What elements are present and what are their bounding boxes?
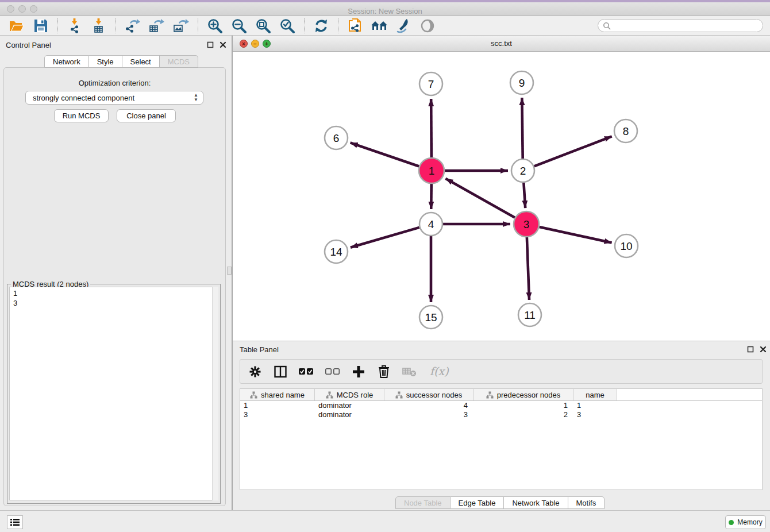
table-row[interactable]: 1dominator411 <box>240 401 762 410</box>
table-panel-float-icon[interactable] <box>747 346 754 353</box>
tab-select[interactable]: Select <box>122 55 160 68</box>
export-image-icon[interactable] <box>172 17 190 34</box>
tab-motifs[interactable]: Motifs <box>568 496 605 509</box>
network-view-window[interactable]: ×−+ scc.txt 1234678910111415 <box>233 36 770 341</box>
edge-1-6[interactable] <box>351 142 419 166</box>
network-canvas[interactable]: 1234678910111415 <box>233 52 770 341</box>
edge-2-3[interactable] <box>523 183 525 208</box>
edge-3-1[interactable] <box>445 179 515 218</box>
import-network-icon[interactable] <box>66 17 83 34</box>
column-type-icon <box>326 391 333 399</box>
table-cell[interactable]: 1 <box>240 401 315 410</box>
export-table-icon[interactable] <box>148 17 165 34</box>
save-session-icon[interactable] <box>32 17 49 34</box>
graph-node-4[interactable]: 4 <box>419 213 442 236</box>
table-cell[interactable]: 1 <box>473 401 573 410</box>
select-stepper-icon: ▲▼ <box>194 93 198 102</box>
svg-text:7: 7 <box>428 78 434 90</box>
zoom-fit-icon[interactable] <box>255 17 272 34</box>
node-table[interactable]: shared nameMCDS rolesuccessor nodesprede… <box>240 388 763 490</box>
table-panel-close-icon[interactable] <box>760 346 767 353</box>
graph-node-15[interactable]: 15 <box>419 306 442 329</box>
edge-2-8[interactable] <box>534 136 612 166</box>
mcds-result-text[interactable]: 1 3 <box>9 287 213 500</box>
memory-button[interactable]: Memory <box>725 515 766 529</box>
graph-node-9[interactable]: 9 <box>510 71 533 94</box>
column-header-label: shared name <box>261 391 305 399</box>
window-titlebar[interactable]: Session: New Session <box>0 2 770 16</box>
table-cell[interactable]: 3 <box>384 410 473 419</box>
graph-node-14[interactable]: 14 <box>325 240 348 263</box>
deselect-all-checks-icon[interactable] <box>325 364 340 379</box>
table-panel-tabs: Node Table Edge Table Network Table Moti… <box>395 496 605 509</box>
table-cell[interactable]: dominator <box>315 410 384 419</box>
edge-4-14[interactable] <box>351 228 419 248</box>
clone-network-icon[interactable] <box>346 17 364 34</box>
graph-node-7[interactable]: 7 <box>419 72 442 95</box>
delete-row-icon[interactable] <box>377 364 391 379</box>
column-header-MCDS-role[interactable]: MCDS role <box>315 389 384 400</box>
table-cell[interactable]: dominator <box>315 401 384 410</box>
mcds-result-scrollbar[interactable] <box>212 287 218 500</box>
edge-3-10[interactable] <box>539 227 611 243</box>
tab-mcds[interactable]: MCDS <box>160 55 198 68</box>
column-header-label: successor nodes <box>406 391 463 399</box>
tab-network-table[interactable]: Network Table <box>504 496 568 509</box>
control-panel-close-icon[interactable] <box>220 41 226 48</box>
table-cell[interactable]: 3 <box>240 410 315 419</box>
refresh-layout-icon[interactable] <box>313 17 330 34</box>
table-row[interactable]: 3dominator323 <box>240 410 762 419</box>
select-all-checks-icon[interactable] <box>299 364 314 379</box>
first-neighbors-icon[interactable] <box>371 17 388 34</box>
add-row-icon[interactable] <box>352 364 365 379</box>
run-mcds-button[interactable]: Run MCDS <box>54 109 109 122</box>
tab-network[interactable]: Network <box>44 55 89 68</box>
tab-edge-table[interactable]: Edge Table <box>451 496 505 509</box>
open-session-icon[interactable] <box>8 17 25 34</box>
split-columns-icon[interactable] <box>274 364 287 379</box>
graph-node-3[interactable]: 3 <box>514 211 539 237</box>
graph-node-2[interactable]: 2 <box>511 159 534 182</box>
column-type-icon <box>395 391 403 399</box>
function-builder-icon[interactable]: f(x) <box>429 364 449 379</box>
zoom-selected-icon[interactable] <box>279 17 296 34</box>
style-wizard-icon[interactable] <box>395 17 412 34</box>
close-panel-button[interactable]: Close panel <box>117 109 176 122</box>
hide-selected-icon[interactable] <box>419 17 436 34</box>
edge-3-11[interactable] <box>527 237 529 300</box>
graph-node-10[interactable]: 10 <box>615 234 638 257</box>
graph-node-1[interactable]: 1 <box>419 158 444 183</box>
table-settings-icon[interactable] <box>248 364 262 379</box>
graph-node-11[interactable]: 11 <box>518 303 541 326</box>
column-header-shared-name[interactable]: shared name <box>240 389 315 400</box>
control-panel-title: Control Panel <box>6 41 51 49</box>
svg-text:14: 14 <box>330 246 342 258</box>
search-field[interactable] <box>598 19 763 32</box>
tab-node-table[interactable]: Node Table <box>395 496 451 509</box>
network-window-titlebar[interactable]: ×−+ scc.txt <box>233 36 770 52</box>
column-header-successor-nodes[interactable]: successor nodes <box>384 389 473 400</box>
column-type-icon <box>486 391 494 399</box>
graph-node-6[interactable]: 6 <box>325 126 348 149</box>
delete-table-icon[interactable] <box>402 364 417 379</box>
import-table-icon[interactable] <box>90 17 107 34</box>
table-cell[interactable]: 1 <box>573 401 617 410</box>
graph-node-8[interactable]: 8 <box>614 119 637 142</box>
control-panel-float-icon[interactable] <box>207 41 214 48</box>
table-cell[interactable]: 3 <box>573 410 617 419</box>
edge-1-7[interactable] <box>431 99 432 157</box>
svg-text:f(x): f(x) <box>430 365 449 377</box>
optimization-criterion-select[interactable]: strongly connected component ▲▼ <box>25 91 203 105</box>
export-network-icon[interactable] <box>124 17 141 34</box>
zoom-in-icon[interactable] <box>206 17 224 34</box>
zoom-out-icon[interactable] <box>230 17 248 34</box>
search-input[interactable] <box>611 22 754 30</box>
splitter-handle[interactable] <box>227 267 232 275</box>
table-cell[interactable]: 4 <box>384 401 473 410</box>
column-header-predecessor-nodes[interactable]: predecessor nodes <box>473 389 573 400</box>
table-cell[interactable]: 2 <box>473 410 573 419</box>
tab-style[interactable]: Style <box>89 55 122 68</box>
column-header-name[interactable]: name <box>573 389 617 400</box>
task-history-button[interactable] <box>7 515 23 529</box>
edge-2-9[interactable] <box>522 98 522 159</box>
